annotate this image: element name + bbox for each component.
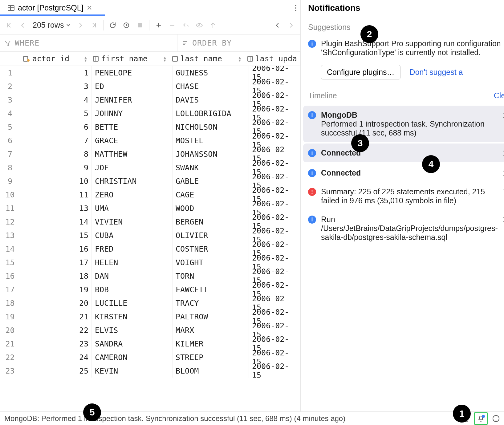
submit-button[interactable]	[207, 19, 219, 31]
dont-suggest-link[interactable]: Don't suggest a	[410, 68, 463, 77]
cell-first-name[interactable]: SANDRA	[92, 337, 173, 350]
reload-button[interactable]	[107, 19, 119, 31]
cell-first-name[interactable]: GRACE	[92, 134, 173, 147]
cell-last-name[interactable]: OLIVIER	[173, 229, 249, 242]
cell-last-name[interactable]: NICHOLSON	[173, 120, 249, 134]
configure-plugins-button[interactable]: Configure plugins…	[321, 65, 400, 79]
cell-last-name[interactable]: BERGEN	[173, 215, 249, 229]
cell-last-name[interactable]: TRACY	[173, 296, 249, 310]
column-last-update[interactable]: last_upda	[244, 52, 300, 66]
close-icon[interactable]: ✕	[87, 4, 92, 12]
cell-last-name[interactable]: SWANK	[173, 161, 249, 174]
tab-actor[interactable]: actor [PostgreSQL] ✕	[4, 2, 96, 14]
revert-button[interactable]	[180, 19, 192, 31]
cell-first-name[interactable]: JOHNNY	[92, 107, 173, 120]
first-page-button[interactable]	[3, 19, 15, 31]
cell-actor-id[interactable]: 1	[20, 66, 92, 79]
cell-first-name[interactable]: JOE	[92, 161, 173, 174]
cell-first-name[interactable]: ZERO	[92, 188, 173, 201]
clear-all-link[interactable]: Clear all	[494, 91, 504, 100]
cell-first-name[interactable]: DAN	[92, 269, 173, 283]
tab-overflow-menu[interactable]	[295, 4, 297, 12]
row-count[interactable]: 205 rows	[30, 21, 73, 30]
cell-first-name[interactable]: UMA	[92, 201, 173, 215]
cell-actor-id[interactable]: 13	[20, 201, 92, 215]
cell-last-name[interactable]: COSTNER	[173, 242, 249, 256]
cell-first-name[interactable]: KIRSTEN	[92, 310, 173, 323]
cell-last-name[interactable]: CHASE	[173, 79, 249, 93]
cell-actor-id[interactable]: 25	[20, 364, 92, 378]
cell-last-name[interactable]: MARX	[173, 323, 249, 337]
column-actor-id[interactable]: actor_id ▴▾	[20, 52, 90, 66]
cell-actor-id[interactable]: 4	[20, 93, 92, 107]
cell-actor-id[interactable]: 9	[20, 161, 92, 174]
cell-actor-id[interactable]: 18	[20, 269, 92, 283]
cell-actor-id[interactable]: 24	[20, 350, 92, 364]
stop-button[interactable]	[134, 19, 146, 31]
cell-actor-id[interactable]: 6	[20, 120, 92, 134]
cell-first-name[interactable]: LUCILLE	[92, 296, 173, 310]
cell-last-name[interactable]: PALTROW	[173, 310, 249, 323]
cell-first-name[interactable]: CHRISTIAN	[92, 174, 173, 188]
cell-first-name[interactable]: CUBA	[92, 229, 173, 242]
last-page-button[interactable]	[88, 19, 100, 31]
notifications-bell-button[interactable]	[474, 412, 488, 425]
cell-last-name[interactable]: WOOD	[173, 201, 249, 215]
prev-page-button[interactable]	[17, 19, 29, 31]
nav-forward-button[interactable]	[285, 19, 297, 31]
cell-first-name[interactable]: CAMERON	[92, 350, 173, 364]
add-row-button[interactable]	[152, 19, 165, 31]
cell-last-name[interactable]: BLOOM	[173, 364, 249, 378]
column-last-name[interactable]: last_name ▴▾	[169, 52, 244, 66]
cell-last-name[interactable]: TORN	[173, 269, 249, 283]
cell-first-name[interactable]: ELVIS	[92, 323, 173, 337]
notification-item[interactable]: iConnected14:06	[303, 144, 504, 162]
notification-item[interactable]: iConnected13:37	[301, 164, 504, 182]
auto-reload-button[interactable]	[120, 19, 132, 31]
table-row[interactable]: 2325KEVINBLOOM2006-02-15	[0, 364, 300, 378]
cell-first-name[interactable]: HELEN	[92, 256, 173, 269]
cell-last-name[interactable]: FAWCETT	[173, 283, 249, 296]
cell-last-name[interactable]: DAVIS	[173, 93, 249, 107]
cell-last-name[interactable]: GUINESS	[173, 66, 249, 79]
cell-actor-id[interactable]: 16	[20, 242, 92, 256]
cell-first-name[interactable]: FRED	[92, 242, 173, 256]
cell-actor-id[interactable]: 11	[20, 188, 92, 201]
rownum-column[interactable]	[0, 52, 20, 66]
cell-first-name[interactable]: VIVIEN	[92, 215, 173, 229]
cell-actor-id[interactable]: 19	[20, 283, 92, 296]
cell-actor-id[interactable]: 15	[20, 229, 92, 242]
cell-actor-id[interactable]: 21	[20, 310, 92, 323]
cell-first-name[interactable]: MATTHEW	[92, 147, 173, 161]
cell-last-name[interactable]: CAGE	[173, 188, 249, 201]
cell-actor-id[interactable]: 23	[20, 337, 92, 350]
cell-first-name[interactable]: ED	[92, 79, 173, 93]
cell-last-name[interactable]: STREEP	[173, 350, 249, 364]
cell-last-name[interactable]: KILMER	[173, 337, 249, 350]
cell-first-name[interactable]: BETTE	[92, 120, 173, 134]
cell-first-name[interactable]: BOB	[92, 283, 173, 296]
cell-actor-id[interactable]: 17	[20, 256, 92, 269]
cell-first-name[interactable]: JENNIFER	[92, 93, 173, 107]
cell-last-name[interactable]: LOLLOBRIGIDA	[173, 107, 249, 120]
cell-last-name[interactable]: JOHANSSON	[173, 147, 249, 161]
notification-item[interactable]: iMongoDBPerformed 1 introspection task. …	[303, 106, 504, 142]
where-input[interactable]: WHERE	[0, 34, 177, 51]
nav-back-button[interactable]	[271, 19, 284, 31]
cell-first-name[interactable]: PENELOPE	[92, 66, 173, 79]
cell-actor-id[interactable]: 10	[20, 174, 92, 188]
cell-actor-id[interactable]: 8	[20, 147, 92, 161]
cell-last-name[interactable]: VOIGHT	[173, 256, 249, 269]
cell-actor-id[interactable]: 22	[20, 323, 92, 337]
preview-changes-button[interactable]	[193, 19, 205, 31]
cell-actor-id[interactable]: 20	[20, 296, 92, 310]
cell-last-name[interactable]: MOSTEL	[173, 134, 249, 147]
column-first-name[interactable]: first_name ▴▾	[90, 52, 169, 66]
cell-actor-id[interactable]: 5	[20, 107, 92, 120]
cell-actor-id[interactable]: 14	[20, 215, 92, 229]
cell-last-name[interactable]: GABLE	[173, 174, 249, 188]
notification-item[interactable]: !Summary: 225 of 225 statements executed…	[301, 182, 504, 210]
cell-last-update[interactable]: 2006-02-15	[249, 364, 300, 378]
cell-actor-id[interactable]: 7	[20, 134, 92, 147]
remove-row-button[interactable]	[166, 19, 178, 31]
